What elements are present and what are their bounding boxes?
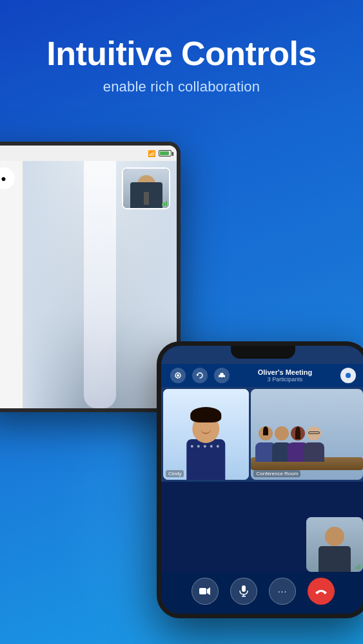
phone-controls: ··· <box>161 572 363 614</box>
more-button[interactable]: ··· <box>269 578 296 605</box>
phone-notch <box>231 346 295 359</box>
svg-point-3 <box>220 377 221 379</box>
svg-rect-5 <box>199 588 206 594</box>
svg-point-4 <box>223 377 224 379</box>
end-call-button[interactable] <box>308 578 335 605</box>
meeting-info: Oliver's Meeting 3 Participants <box>258 368 313 383</box>
camera-icon[interactable] <box>170 368 186 383</box>
sub-title: enable rich collaboration <box>0 79 363 95</box>
conference-room-cell: Conference Room <box>251 389 363 480</box>
car-icon[interactable] <box>214 368 230 383</box>
video-grid: Cindy <box>161 387 363 482</box>
conference-column: Conference Room <box>251 389 363 480</box>
tablet-device: 📶 ● <box>0 142 181 412</box>
phone-toolbar: Oliver's Meeting 3 Participants <box>161 364 363 387</box>
participants-count: 3 Participants <box>258 376 313 383</box>
tablet-main-content <box>23 161 177 408</box>
tablet-avatar: ● <box>0 167 15 189</box>
svg-point-1 <box>177 374 179 377</box>
conference-room-label: Conference Room <box>253 470 300 477</box>
svg-rect-6 <box>242 585 246 592</box>
tablet-status-bar: 📶 <box>0 146 177 161</box>
video-button[interactable] <box>191 578 219 605</box>
tablet-sidebar: ● <box>0 161 23 408</box>
battery-icon <box>159 150 172 156</box>
tablet-video-thumbnail <box>122 167 170 209</box>
refresh-icon[interactable] <box>192 368 208 383</box>
cindy-label: Cindy <box>166 470 184 477</box>
header: Intuitive Controls enable rich collabora… <box>0 0 363 95</box>
cindy-video-cell: Cindy <box>163 389 249 480</box>
mic-button[interactable] <box>230 578 257 605</box>
meeting-name: Oliver's Meeting <box>258 368 313 376</box>
svg-rect-2 <box>219 375 225 377</box>
wifi-icon: 📶 <box>148 150 155 157</box>
fourth-video-cell <box>306 517 363 572</box>
toolbar-end-icon[interactable] <box>340 368 356 383</box>
phone-device: Oliver's Meeting 3 Participants <box>157 341 363 618</box>
main-title: Intuitive Controls <box>0 35 363 72</box>
